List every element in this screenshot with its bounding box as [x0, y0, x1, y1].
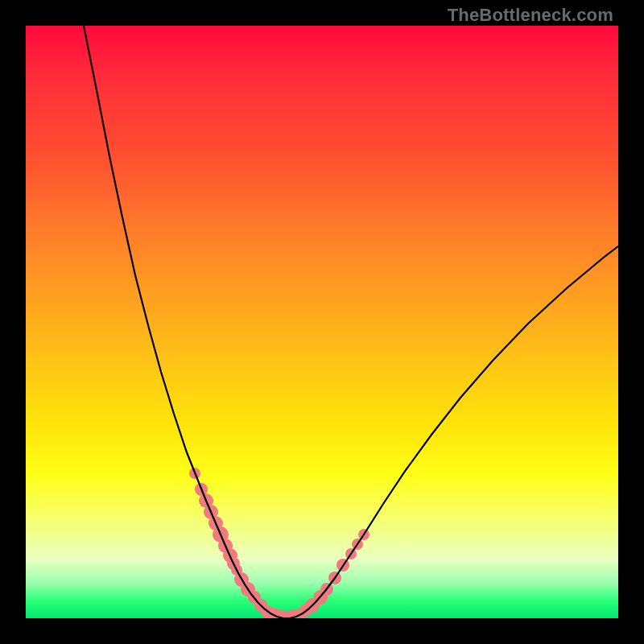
plot-area — [26, 26, 618, 618]
curve-layer — [26, 26, 618, 618]
chart-frame: TheBottleneck.com — [0, 0, 644, 644]
marker-dots — [189, 468, 369, 618]
bottleneck-curve — [84, 26, 618, 618]
watermark-text: TheBottleneck.com — [448, 5, 613, 26]
